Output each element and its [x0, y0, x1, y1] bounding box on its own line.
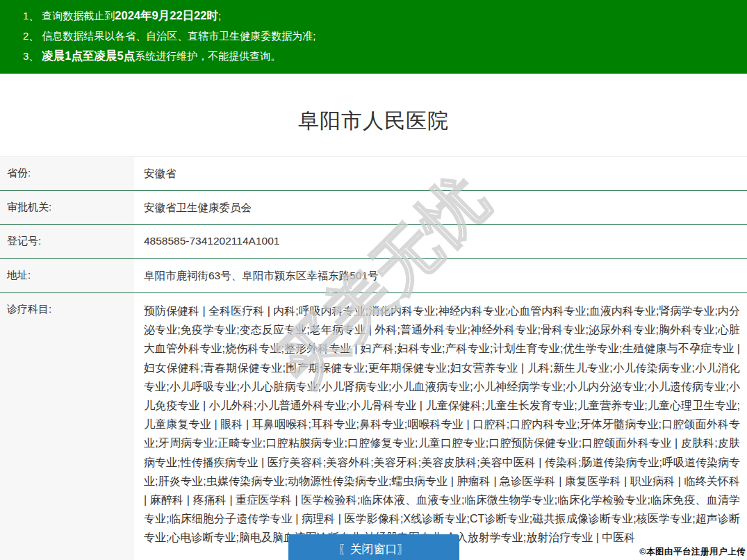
table-row-departments: 诊疗科目: 预防保健科 | 全科医疗科 | 内科;呼吸内科专业;消化内科专业;神… [0, 293, 747, 560]
notice-text: 查询数据截止到 [42, 10, 115, 22]
notice-text-bold: 凌晨1点至凌晨5点 [42, 49, 135, 62]
notice-text-bold: 2024年9月22日22时 [115, 9, 218, 22]
table-row-province: 省份: 安徽省 [0, 157, 747, 191]
notice-number: 3、 [23, 50, 39, 62]
info-table: 省份: 安徽省 审批机关: 安徽省卫生健康委员会 登记号: 4858585-73… [0, 156, 747, 560]
notice-number: 1、 [23, 10, 39, 22]
row-label: 地址: [0, 259, 134, 293]
notice-line-3: 3、凌晨1点至凌晨5点系统进行维护，不能提供查询。 [23, 46, 733, 66]
notice-number: 2、 [23, 30, 39, 42]
row-label: 登记号: [0, 225, 134, 258]
row-value: 阜阳市鹿祠街63号、阜阳市颍东区幸福东路501号 [134, 259, 747, 293]
table-row-address: 地址: 阜阳市鹿祠街63号、阜阳市颍东区幸福东路501号 [0, 259, 747, 293]
table-row-approval-authority: 审批机关: 安徽省卫生健康委员会 [0, 191, 747, 225]
image-credit: ©本图由平台注册用户上传 [639, 546, 746, 558]
close-window-button[interactable]: 〖关闭窗口〗 [288, 534, 459, 560]
hospital-title: 阜阳市人民医院 [0, 99, 747, 143]
notice-line-1: 1、查询数据截止到2024年9月22日22时; [23, 6, 733, 26]
row-value: 预防保健科 | 全科医疗科 | 内科;呼吸内科专业;消化内科专业;神经内科专业;… [134, 293, 747, 560]
row-value: 4858585-7341202114A1001 [134, 225, 747, 258]
row-label: 诊疗科目: [0, 293, 134, 560]
row-value: 安徽省 [134, 157, 747, 190]
notice-text: 信息数据结果以各省、自治区、直辖市卫生健康委数据为准; [42, 30, 315, 42]
notice-bar: 1、查询数据截止到2024年9月22日22时; 2、信息数据结果以各省、自治区、… [0, 0, 747, 74]
notice-text: ; [218, 10, 221, 22]
notice-text: 系统进行维护，不能提供查询。 [135, 50, 281, 62]
row-label: 审批机关: [0, 191, 134, 224]
row-value: 安徽省卫生健康委员会 [134, 191, 747, 224]
notice-line-2: 2、信息数据结果以各省、自治区、直辖市卫生健康委数据为准; [23, 26, 733, 46]
row-label: 省份: [0, 157, 134, 190]
table-row-registration-number: 登记号: 4858585-7341202114A1001 [0, 225, 747, 259]
query-result-page: 1、查询数据截止到2024年9月22日22时; 2、信息数据结果以各省、自治区、… [0, 0, 747, 560]
